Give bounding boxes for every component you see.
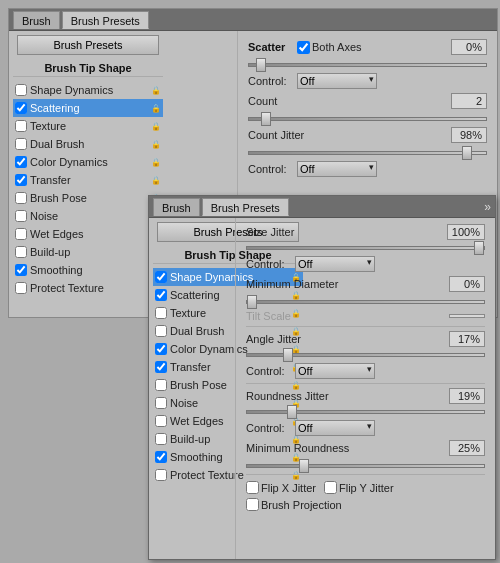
back-brush-item-2[interactable]: Texture🔒 (13, 117, 163, 135)
back-control1-row: Control: Off (242, 71, 493, 91)
back-brush-item-checkbox-7[interactable] (15, 210, 27, 222)
min-diameter-slider-row (240, 294, 491, 308)
back-control1-select[interactable]: Off (297, 73, 377, 89)
back-brush-item-5[interactable]: Transfer🔒 (13, 171, 163, 189)
count-jitter-slider[interactable] (248, 151, 487, 155)
back-brush-item-checkbox-10[interactable] (15, 264, 27, 276)
front-control2-label: Control: (246, 365, 291, 377)
count-slider[interactable] (248, 117, 487, 121)
brush-proj-row: Brush Projection (240, 498, 491, 515)
front-control1-select[interactable]: Off (295, 256, 375, 272)
back-brush-item-9[interactable]: Build-up🔒 (13, 243, 163, 261)
front-control2-wrapper: Off (295, 363, 375, 379)
front-brush-item-checkbox-6[interactable] (155, 379, 167, 391)
front-brush-item-checkbox-1[interactable] (155, 289, 167, 301)
front-panel-header: Brush Brush Presets » (149, 196, 495, 218)
back-brush-item-10[interactable]: Smoothing🔒 (13, 261, 163, 279)
back-brush-item-checkbox-6[interactable] (15, 192, 27, 204)
back-brush-item-1[interactable]: Scattering🔒 (13, 99, 163, 117)
back-brush-item-lock-4: 🔒 (151, 158, 161, 167)
back-preset-button[interactable]: Brush Presets (17, 35, 159, 55)
min-roundness-slider[interactable] (246, 464, 485, 468)
back-brush-item-checkbox-4[interactable] (15, 156, 27, 168)
bottom-checkboxes: Flip X Jitter Flip Y Jitter (240, 477, 491, 498)
both-axes-label[interactable]: Both Axes (297, 41, 362, 54)
back-brush-item-checkbox-2[interactable] (15, 120, 27, 132)
back-brush-item-label-0: Shape Dynamics (30, 84, 148, 96)
count-jitter-label: Count Jitter (248, 129, 318, 141)
back-brush-item-checkbox-8[interactable] (15, 228, 27, 240)
back-brush-item-checkbox-9[interactable] (15, 246, 27, 258)
front-control2-select[interactable]: Off (295, 363, 375, 379)
angle-jitter-row: Angle Jitter 17% (240, 329, 491, 347)
back-brush-item-8[interactable]: Wet Edges🔒 (13, 225, 163, 243)
back-brush-item-checkbox-0[interactable] (15, 84, 27, 96)
back-tab-brush[interactable]: Brush (13, 11, 60, 29)
min-diameter-label: Minimum Diameter (246, 278, 338, 290)
back-brush-item-lock-3: 🔒 (151, 140, 161, 149)
front-brush-item-checkbox-9[interactable] (155, 433, 167, 445)
scatter-slider-thumb[interactable] (256, 58, 266, 72)
front-brush-item-checkbox-8[interactable] (155, 415, 167, 427)
roundness-jitter-thumb[interactable] (287, 405, 297, 419)
size-jitter-thumb[interactable] (474, 241, 484, 255)
back-brush-item-checkbox-1[interactable] (15, 102, 27, 114)
back-panel-left: Brush Presets Brush Tip Shape Shape Dyna… (9, 31, 167, 317)
scatter-slider-row (242, 57, 493, 71)
divider2 (246, 383, 485, 384)
back-brush-item-7[interactable]: Noise🔒 (13, 207, 163, 225)
count-row: Count 2 (242, 91, 493, 111)
size-jitter-slider-row (240, 240, 491, 254)
roundness-jitter-slider[interactable] (246, 410, 485, 414)
flip-x-label[interactable]: Flip X Jitter (246, 481, 316, 494)
front-brush-item-checkbox-4[interactable] (155, 343, 167, 355)
back-brush-item-0[interactable]: Shape Dynamics🔒 (13, 81, 163, 99)
back-section-title: Brush Tip Shape (13, 59, 163, 77)
angle-jitter-thumb[interactable] (283, 348, 293, 362)
back-brush-item-11[interactable]: Protect Texture🔒 (13, 279, 163, 297)
min-roundness-value: 25% (449, 440, 485, 456)
back-tab-brush-presets[interactable]: Brush Presets (62, 11, 149, 29)
back-brush-item-6[interactable]: Brush Pose🔒 (13, 189, 163, 207)
min-diameter-thumb[interactable] (247, 295, 257, 309)
front-brush-item-checkbox-10[interactable] (155, 451, 167, 463)
flip-y-label[interactable]: Flip Y Jitter (324, 481, 394, 494)
scatter-value: 0% (451, 39, 487, 55)
back-brush-list: Shape Dynamics🔒Scattering🔒Texture🔒Dual B… (9, 79, 167, 299)
back-brush-item-checkbox-5[interactable] (15, 174, 27, 186)
count-slider-thumb[interactable] (261, 112, 271, 126)
more-icon[interactable]: » (484, 200, 491, 214)
front-brush-item-checkbox-11[interactable] (155, 469, 167, 481)
both-axes-text: Both Axes (312, 41, 362, 53)
size-jitter-slider[interactable] (246, 246, 485, 250)
count-jitter-slider-thumb[interactable] (462, 146, 472, 160)
flip-x-checkbox[interactable] (246, 481, 259, 494)
front-brush-item-checkbox-3[interactable] (155, 325, 167, 337)
back-brush-item-4[interactable]: Color Dynamics🔒 (13, 153, 163, 171)
brush-proj-checkbox[interactable] (246, 498, 259, 511)
both-axes-checkbox[interactable] (297, 41, 310, 54)
back-brush-item-checkbox-11[interactable] (15, 282, 27, 294)
min-diameter-slider[interactable] (246, 300, 485, 304)
back-control1-wrapper: Off (297, 73, 377, 89)
back-brush-item-3[interactable]: Dual Brush🔒 (13, 135, 163, 153)
front-tab-brush[interactable]: Brush (153, 198, 200, 216)
front-brush-item-checkbox-5[interactable] (155, 361, 167, 373)
flip-y-checkbox[interactable] (324, 481, 337, 494)
brush-proj-label[interactable]: Brush Projection (246, 498, 485, 511)
front-brush-item-checkbox-0[interactable] (155, 271, 167, 283)
angle-jitter-slider[interactable] (246, 353, 485, 357)
back-control2-select[interactable]: Off (297, 161, 377, 177)
back-brush-item-label-1: Scattering (30, 102, 148, 114)
back-brush-item-label-5: Transfer (30, 174, 148, 186)
front-brush-item-checkbox-2[interactable] (155, 307, 167, 319)
front-panel-right: Size Jitter 100% Control: Off Minimum Di… (235, 218, 495, 559)
count-slider-row (242, 111, 493, 125)
front-control3-select[interactable]: Off (295, 420, 375, 436)
front-brush-item-checkbox-7[interactable] (155, 397, 167, 409)
min-roundness-thumb[interactable] (299, 459, 309, 473)
front-tab-brush-presets[interactable]: Brush Presets (202, 198, 289, 216)
count-jitter-value: 98% (451, 127, 487, 143)
scatter-slider[interactable] (248, 63, 487, 67)
back-brush-item-checkbox-3[interactable] (15, 138, 27, 150)
